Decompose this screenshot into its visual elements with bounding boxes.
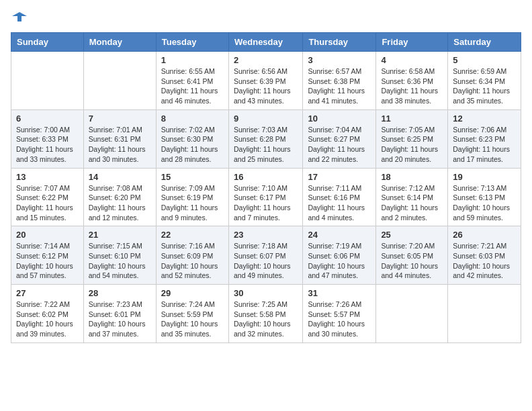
day-number: 31: [308, 288, 371, 298]
calendar-week-row: 6Sunrise: 7:00 AMSunset: 6:33 PMDaylight…: [11, 109, 521, 168]
calendar-cell: 16Sunrise: 7:10 AMSunset: 6:17 PMDayligh…: [228, 168, 302, 226]
calendar-cell: 17Sunrise: 7:11 AMSunset: 6:16 PMDayligh…: [303, 168, 376, 226]
day-info: Sunrise: 7:18 AMSunset: 6:07 PMDaylight:…: [234, 241, 298, 281]
day-info: Sunrise: 7:23 AMSunset: 6:01 PMDaylight:…: [89, 300, 151, 339]
day-info: Sunrise: 7:04 AMSunset: 6:27 PMDaylight:…: [308, 125, 371, 165]
day-number: 1: [161, 55, 224, 65]
calendar-cell: 21Sunrise: 7:15 AMSunset: 6:10 PMDayligh…: [83, 226, 156, 285]
calendar-cell: 15Sunrise: 7:09 AMSunset: 6:19 PMDayligh…: [156, 168, 228, 226]
calendar-cell: 27Sunrise: 7:22 AMSunset: 6:02 PMDayligh…: [11, 285, 84, 343]
calendar-cell: 20Sunrise: 7:14 AMSunset: 6:12 PMDayligh…: [11, 226, 84, 285]
day-info: Sunrise: 6:55 AMSunset: 6:41 PMDaylight:…: [161, 66, 224, 106]
day-info: Sunrise: 7:00 AMSunset: 6:33 PMDaylight:…: [16, 125, 79, 165]
calendar-cell: 9Sunrise: 7:03 AMSunset: 6:28 PMDaylight…: [228, 109, 302, 168]
day-info: Sunrise: 7:05 AMSunset: 6:25 PMDaylight:…: [381, 125, 443, 165]
day-number: 26: [453, 230, 516, 240]
day-number: 8: [161, 113, 224, 124]
calendar-cell: [11, 52, 84, 110]
calendar-cell: 3Sunrise: 6:57 AMSunset: 6:38 PMDaylight…: [303, 52, 376, 110]
day-info: Sunrise: 7:13 AMSunset: 6:13 PMDaylight:…: [453, 183, 516, 223]
calendar-cell: 31Sunrise: 7:26 AMSunset: 5:57 PMDayligh…: [303, 285, 376, 343]
day-number: 16: [234, 172, 298, 182]
calendar-week-row: 13Sunrise: 7:07 AMSunset: 6:22 PMDayligh…: [11, 168, 521, 226]
calendar-cell: 4Sunrise: 6:58 AMSunset: 6:36 PMDaylight…: [376, 52, 448, 110]
calendar-week-row: 1Sunrise: 6:55 AMSunset: 6:41 PMDaylight…: [11, 52, 521, 110]
day-of-week-header: Monday: [83, 33, 156, 52]
day-of-week-header: Friday: [376, 33, 448, 52]
day-info: Sunrise: 7:20 AMSunset: 6:05 PMDaylight:…: [381, 241, 443, 281]
logo: [11, 11, 27, 24]
calendar-cell: 30Sunrise: 7:25 AMSunset: 5:58 PMDayligh…: [228, 285, 302, 343]
day-number: 10: [308, 113, 371, 124]
day-info: Sunrise: 7:25 AMSunset: 5:58 PMDaylight:…: [234, 300, 298, 339]
day-number: 14: [89, 172, 151, 182]
calendar-cell: 12Sunrise: 7:06 AMSunset: 6:23 PMDayligh…: [448, 109, 521, 168]
day-number: 17: [308, 172, 371, 182]
day-info: Sunrise: 7:12 AMSunset: 6:14 PMDaylight:…: [381, 183, 443, 223]
day-info: Sunrise: 7:01 AMSunset: 6:31 PMDaylight:…: [89, 125, 151, 165]
day-number: 2: [234, 55, 298, 65]
svg-marker-0: [12, 12, 27, 21]
day-number: 12: [453, 113, 516, 124]
day-of-week-header: Thursday: [303, 33, 376, 52]
calendar-cell: 29Sunrise: 7:24 AMSunset: 5:59 PMDayligh…: [156, 285, 228, 343]
day-info: Sunrise: 6:56 AMSunset: 6:39 PMDaylight:…: [234, 66, 298, 106]
day-number: 18: [381, 172, 443, 182]
calendar-cell: [448, 285, 521, 343]
calendar-cell: 22Sunrise: 7:16 AMSunset: 6:09 PMDayligh…: [156, 226, 228, 285]
day-number: 24: [308, 230, 371, 240]
day-number: 15: [161, 172, 224, 182]
calendar-cell: 18Sunrise: 7:12 AMSunset: 6:14 PMDayligh…: [376, 168, 448, 226]
day-number: 28: [89, 288, 151, 298]
calendar-cell: 28Sunrise: 7:23 AMSunset: 6:01 PMDayligh…: [83, 285, 156, 343]
day-number: 22: [161, 230, 224, 240]
day-number: 29: [161, 288, 224, 298]
logo-bird-icon: [12, 9, 27, 24]
day-number: 6: [16, 113, 79, 124]
day-number: 13: [16, 172, 79, 182]
calendar-table: SundayMondayTuesdayWednesdayThursdayFrid…: [11, 32, 521, 343]
calendar-cell: 23Sunrise: 7:18 AMSunset: 6:07 PMDayligh…: [228, 226, 302, 285]
page-header: [11, 11, 521, 24]
day-info: Sunrise: 7:07 AMSunset: 6:22 PMDaylight:…: [16, 183, 79, 223]
calendar-cell: [83, 52, 156, 110]
day-info: Sunrise: 7:22 AMSunset: 6:02 PMDaylight:…: [16, 300, 79, 339]
day-info: Sunrise: 7:14 AMSunset: 6:12 PMDaylight:…: [16, 241, 79, 281]
calendar-week-row: 27Sunrise: 7:22 AMSunset: 6:02 PMDayligh…: [11, 285, 521, 343]
day-number: 30: [234, 288, 298, 298]
day-number: 3: [308, 55, 371, 65]
day-number: 5: [453, 55, 516, 65]
calendar-cell: 13Sunrise: 7:07 AMSunset: 6:22 PMDayligh…: [11, 168, 84, 226]
calendar-cell: 19Sunrise: 7:13 AMSunset: 6:13 PMDayligh…: [448, 168, 521, 226]
day-info: Sunrise: 7:19 AMSunset: 6:06 PMDaylight:…: [308, 241, 371, 281]
day-number: 9: [234, 113, 298, 124]
day-of-week-header: Tuesday: [156, 33, 228, 52]
day-info: Sunrise: 7:11 AMSunset: 6:16 PMDaylight:…: [308, 183, 371, 223]
day-of-week-header: Sunday: [11, 33, 84, 52]
day-info: Sunrise: 7:08 AMSunset: 6:20 PMDaylight:…: [89, 183, 151, 223]
day-info: Sunrise: 7:02 AMSunset: 6:30 PMDaylight:…: [161, 125, 224, 165]
day-info: Sunrise: 6:57 AMSunset: 6:38 PMDaylight:…: [308, 66, 371, 106]
day-number: 4: [381, 55, 443, 65]
calendar-cell: [376, 285, 448, 343]
calendar-cell: 14Sunrise: 7:08 AMSunset: 6:20 PMDayligh…: [83, 168, 156, 226]
day-number: 23: [234, 230, 298, 240]
calendar-cell: 24Sunrise: 7:19 AMSunset: 6:06 PMDayligh…: [303, 226, 376, 285]
calendar-cell: 2Sunrise: 6:56 AMSunset: 6:39 PMDaylight…: [228, 52, 302, 110]
day-number: 19: [453, 172, 516, 182]
day-number: 27: [16, 288, 79, 298]
day-info: Sunrise: 7:10 AMSunset: 6:17 PMDaylight:…: [234, 183, 298, 223]
calendar-cell: 11Sunrise: 7:05 AMSunset: 6:25 PMDayligh…: [376, 109, 448, 168]
day-number: 20: [16, 230, 79, 240]
day-info: Sunrise: 7:21 AMSunset: 6:03 PMDaylight:…: [453, 241, 516, 281]
calendar-cell: 7Sunrise: 7:01 AMSunset: 6:31 PMDaylight…: [83, 109, 156, 168]
day-number: 11: [381, 113, 443, 124]
day-number: 7: [89, 113, 151, 124]
calendar-week-row: 20Sunrise: 7:14 AMSunset: 6:12 PMDayligh…: [11, 226, 521, 285]
calendar-cell: 25Sunrise: 7:20 AMSunset: 6:05 PMDayligh…: [376, 226, 448, 285]
day-of-week-header: Wednesday: [228, 33, 302, 52]
day-info: Sunrise: 7:16 AMSunset: 6:09 PMDaylight:…: [161, 241, 224, 281]
calendar-cell: 6Sunrise: 7:00 AMSunset: 6:33 PMDaylight…: [11, 109, 84, 168]
calendar-cell: 5Sunrise: 6:59 AMSunset: 6:34 PMDaylight…: [448, 52, 521, 110]
calendar-cell: 26Sunrise: 7:21 AMSunset: 6:03 PMDayligh…: [448, 226, 521, 285]
